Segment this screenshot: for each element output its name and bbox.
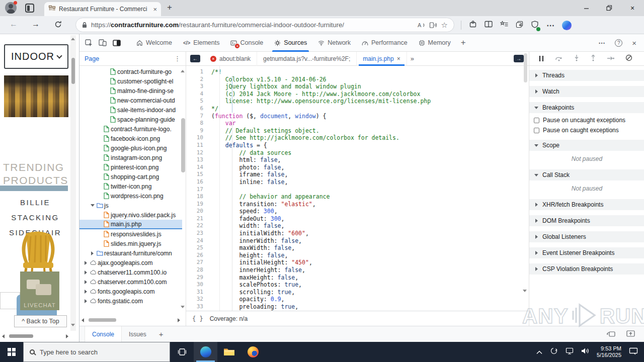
tab-close-icon[interactable]: ×	[397, 55, 400, 62]
page-horizontal-scrollbar[interactable]	[1, 333, 69, 339]
tree-item-space-planning-guide[interactable]: space-planning-guide	[79, 115, 182, 124]
line-number[interactable]: 12	[186, 149, 211, 157]
start-button[interactable]	[0, 342, 23, 362]
drawer-tab-console[interactable]: Console	[85, 326, 122, 342]
pause-icon[interactable]	[538, 54, 544, 63]
devtools-more-icon[interactable]: ⋯	[598, 39, 605, 47]
line-number[interactable]: 25	[186, 244, 211, 252]
pretty-print-icon[interactable]: { }	[192, 315, 203, 322]
tab-page[interactable]: Page	[85, 55, 99, 62]
checkbox-pause-on-uncaught-exceptions[interactable]: Pause on uncaught exceptions	[534, 117, 644, 124]
drawer-tab-issues[interactable]: Issues	[122, 326, 153, 342]
line-number[interactable]: 33	[186, 303, 211, 311]
line-number[interactable]: 32	[186, 296, 211, 303]
more-tabs-chevron-icon[interactable]: »	[407, 55, 418, 62]
tree-item-jquery-nivo-slider-pack-js[interactable]: jquery.nivo.slider.pack.js	[79, 210, 182, 220]
tree-scroll-down-arrow[interactable]	[181, 306, 185, 308]
tree-item-contract-furniture-go[interactable]: contract-furniture-go	[79, 67, 182, 76]
tab-console[interactable]: ×Console	[225, 34, 269, 52]
task-view-button[interactable]	[170, 342, 194, 362]
tree-horizontal-scrollbar[interactable]	[80, 318, 181, 322]
line-number[interactable]: 15	[186, 171, 211, 178]
tree-item-facebook-icon-png[interactable]: facebook-icon.png	[79, 134, 182, 143]
line-number[interactable]: 2	[186, 76, 211, 83]
scroll-left-arrow[interactable]	[82, 318, 84, 322]
line-number[interactable]: 17	[186, 186, 211, 194]
line-number[interactable]: 21	[186, 215, 211, 223]
line-number[interactable]: 7	[186, 113, 211, 120]
deactivate-breakpoints-icon[interactable]	[625, 54, 632, 63]
line-number[interactable]: 10	[186, 134, 211, 142]
scroll-right-arrow[interactable]	[178, 318, 180, 322]
section-header-scope[interactable]: Scope	[529, 140, 644, 151]
favorite-star-icon[interactable]: ☆	[441, 21, 448, 30]
hide-navigator-icon[interactable]: ←	[190, 55, 200, 62]
drawer-add-tab-button[interactable]: +	[153, 330, 169, 338]
tab-elements[interactable]: </>Elements	[178, 34, 225, 52]
line-number[interactable]: 9	[186, 127, 211, 135]
workspaces-icon[interactable]	[25, 4, 34, 13]
show-hidden-icons-chevron[interactable]	[536, 347, 542, 356]
immersive-reader-icon[interactable]	[429, 22, 437, 29]
tree-item-fonts-gstatic-com[interactable]: fonts.gstatic.com	[79, 296, 182, 306]
taskbar-firefox-app[interactable]	[241, 342, 265, 362]
browser-essentials-shield-icon[interactable]	[531, 21, 539, 30]
taskbar-file-explorer-app[interactable]	[217, 342, 241, 362]
chevron-right-icon[interactable]	[83, 270, 89, 275]
section-header-xhr-fetch-breakpoints[interactable]: XHR/fetch Breakpoints	[529, 199, 644, 210]
minimize-button[interactable]	[575, 0, 598, 16]
scroll-up-arrow[interactable]	[71, 38, 75, 40]
tree-item-sale-items-indoor-and[interactable]: sale-items-indoor-and	[79, 105, 182, 115]
new-tab-button[interactable]: +	[167, 3, 172, 13]
sync-icon[interactable]	[550, 347, 558, 357]
line-number[interactable]: 23	[186, 230, 211, 237]
line-number[interactable]: 19	[186, 201, 211, 208]
chevron-right-icon[interactable]	[83, 261, 89, 265]
line-number[interactable]: 11	[186, 142, 211, 149]
tab-performance[interactable]: Performance	[356, 34, 413, 52]
tree-item-shopping-cart-png[interactable]: shopping-cart.png	[79, 172, 182, 182]
scrollbar-thumb[interactable]	[9, 334, 33, 338]
open-in-panel-icon[interactable]: →	[514, 55, 524, 62]
tree-item-slides-min-jquery-js[interactable]: slides.min.jquery.js	[79, 239, 182, 248]
tree-item-malmo-fine-dining-se[interactable]: malmo-fine-dining-se	[79, 86, 182, 96]
tree-item-wordpress-icon-png[interactable]: wordpress-icon.png	[79, 191, 182, 201]
tab-memory[interactable]: Memory	[413, 34, 456, 52]
line-number[interactable]: 18	[186, 193, 211, 201]
tree-item-pinterest-icon-png[interactable]: pinterest-icon.png	[79, 162, 182, 172]
line-number[interactable]: 22	[186, 222, 211, 230]
tree-item-restaurant-furniture-comn[interactable]: restaurant-furniture/comn	[79, 248, 182, 258]
tree-item-chatserver-comm100-com[interactable]: chatserver.comm100.com	[79, 277, 182, 287]
split-screen-icon[interactable]	[485, 21, 493, 30]
line-number[interactable]: 30	[186, 281, 211, 289]
inspect-element-icon[interactable]	[82, 39, 96, 47]
restore-defaults-icon[interactable]	[607, 330, 615, 339]
tree-item-contract-furniture-logo[interactable]: contract-furniture-logo.	[79, 124, 182, 134]
favorites-list-icon[interactable]	[500, 21, 508, 30]
tab-close-icon[interactable]: ×	[153, 6, 157, 13]
scrollbar-thumb[interactable]	[89, 318, 116, 322]
tree-scrollbar-thumb[interactable]	[181, 118, 185, 172]
tree-item-chatserver11-comm100-io[interactable]: chatserver11.comm100.io	[79, 267, 182, 277]
scroll-down-arrow[interactable]	[71, 324, 75, 326]
line-number[interactable]: 14	[186, 164, 211, 171]
tree-item-responsiveslides-js[interactable]: responsiveslides.js	[79, 229, 182, 239]
browser-tab[interactable]: Restaurant Furniture - Commerci ×	[44, 2, 161, 16]
checkbox-icon[interactable]	[534, 128, 539, 133]
network-ethernet-icon[interactable]	[566, 347, 574, 356]
line-number[interactable]: 27	[186, 259, 211, 266]
line-number[interactable]: 5	[186, 98, 211, 105]
line-number[interactable]: 13	[186, 156, 211, 164]
taskbar-clock[interactable]: 9:53 PM 5/16/2025	[597, 345, 621, 358]
checkbox-icon[interactable]	[534, 118, 539, 123]
refresh-icon[interactable]	[51, 21, 64, 30]
tree-item-new-commercial-outd[interactable]: new-commercial-outd	[79, 96, 182, 105]
close-button[interactable]: ×	[621, 0, 644, 16]
code-scroll-down-arrow[interactable]	[523, 290, 527, 292]
kebab-menu-icon[interactable]: ⋮	[174, 55, 181, 62]
scrollbar-thumb[interactable]	[71, 58, 75, 84]
tree-scroll-up-arrow[interactable]	[181, 70, 185, 72]
section-header-csp-violation-breakpoints[interactable]: CSP Violation Breakpoints	[529, 263, 644, 275]
line-number[interactable]: 3	[186, 83, 211, 90]
step-out-icon[interactable]	[590, 54, 596, 63]
